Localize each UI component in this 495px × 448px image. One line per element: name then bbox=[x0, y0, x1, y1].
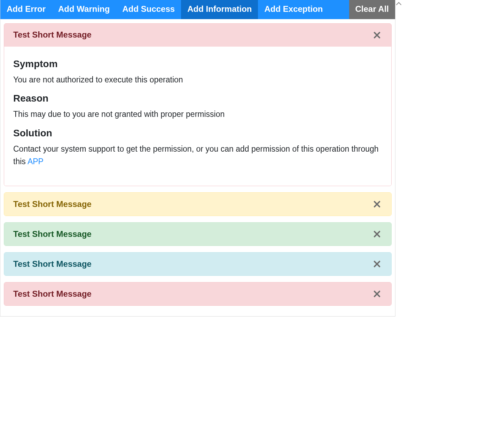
message-success: Test Short Message bbox=[4, 222, 392, 246]
message-info: Test Short Message bbox=[4, 252, 392, 276]
message-title: Test Short Message bbox=[13, 229, 92, 239]
close-icon bbox=[373, 260, 381, 268]
section-heading-solution: Solution bbox=[13, 128, 382, 139]
demo-frame: Add Error Add Warning Add Success Add In… bbox=[0, 0, 395, 317]
close-icon bbox=[373, 200, 381, 208]
close-icon bbox=[373, 31, 381, 39]
message-exception: Test Short Message bbox=[4, 282, 392, 306]
message-header[interactable]: Test Short Message bbox=[4, 24, 391, 47]
close-icon bbox=[373, 290, 381, 298]
message-error: Test Short Message Symptom You are not a… bbox=[4, 23, 392, 186]
message-header[interactable]: Test Short Message bbox=[4, 253, 391, 275]
close-icon bbox=[373, 230, 381, 238]
section-text-solution: Contact your system support to get the p… bbox=[13, 143, 382, 168]
section-text-reason: This may due to you are not granted with… bbox=[13, 108, 382, 121]
section-text-symptom: You are not authorized to execute this o… bbox=[13, 74, 382, 86]
clear-all-button[interactable]: Clear All bbox=[349, 0, 395, 19]
add-error-button[interactable]: Add Error bbox=[0, 0, 52, 19]
section-heading-symptom: Symptom bbox=[13, 58, 382, 70]
add-information-button[interactable]: Add Information bbox=[181, 0, 258, 19]
solution-link[interactable]: APP bbox=[28, 157, 44, 166]
close-button[interactable] bbox=[372, 259, 382, 269]
scrollbar[interactable] bbox=[396, 0, 401, 316]
section-heading-reason: Reason bbox=[13, 93, 382, 104]
message-body: Symptom You are not authorized to execut… bbox=[4, 47, 391, 186]
close-button[interactable] bbox=[372, 229, 382, 239]
toolbar: Add Error Add Warning Add Success Add In… bbox=[0, 0, 395, 19]
message-header[interactable]: Test Short Message bbox=[4, 223, 391, 246]
add-exception-button[interactable]: Add Exception bbox=[258, 0, 329, 19]
message-title: Test Short Message bbox=[13, 199, 92, 209]
message-list: Test Short Message Symptom You are not a… bbox=[0, 19, 395, 317]
message-title: Test Short Message bbox=[13, 289, 92, 299]
message-title: Test Short Message bbox=[13, 259, 92, 269]
message-title: Test Short Message bbox=[13, 30, 92, 40]
close-button[interactable] bbox=[372, 289, 382, 299]
add-warning-button[interactable]: Add Warning bbox=[52, 0, 116, 19]
solution-text: Contact your system support to get the p… bbox=[13, 144, 379, 166]
toolbar-spacer bbox=[329, 0, 349, 19]
message-warning: Test Short Message bbox=[4, 192, 392, 216]
message-header[interactable]: Test Short Message bbox=[4, 282, 391, 305]
message-header[interactable]: Test Short Message bbox=[4, 193, 391, 216]
close-button[interactable] bbox=[372, 30, 382, 40]
close-button[interactable] bbox=[372, 199, 382, 209]
add-success-button[interactable]: Add Success bbox=[116, 0, 181, 19]
